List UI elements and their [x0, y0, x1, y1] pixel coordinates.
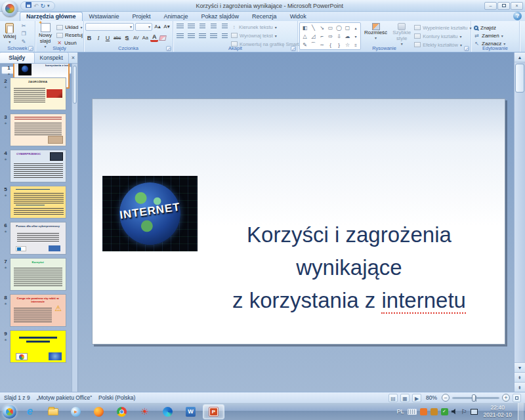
shape-icon[interactable]: △	[303, 33, 306, 39]
undo-button[interactable]: ↶	[33, 2, 39, 10]
scroll-down-button[interactable]: ▼	[514, 362, 525, 372]
bullets-button[interactable]	[175, 22, 185, 31]
normal-view-button[interactable]: ▤	[388, 394, 398, 402]
shape-fill-button[interactable]: Wypełnienie kształtu▾	[414, 24, 471, 32]
panel-scrollbar[interactable]	[72, 64, 77, 392]
shape-icon[interactable]: ⇨	[328, 33, 333, 39]
tab-pokaz-slajdow[interactable]: Pokaz slajdów	[195, 12, 246, 21]
font-size-select[interactable]: ▾	[135, 23, 152, 31]
justify-button[interactable]	[208, 32, 219, 41]
shapes-scroll-up[interactable]: ▴	[354, 26, 356, 30]
strikethrough-button[interactable]: abc	[113, 33, 121, 42]
replace-button[interactable]: ⇄Zamień▾	[472, 32, 507, 39]
schowek-dialog-launcher[interactable]: ◿	[28, 46, 33, 51]
action-center-flag-icon[interactable]: ⚐	[461, 408, 467, 415]
tab-recenzja[interactable]: Recenzja	[245, 12, 284, 21]
taskbar-file-explorer[interactable]	[42, 404, 64, 419]
show-desktop-button[interactable]	[518, 403, 524, 420]
increase-indent-button[interactable]	[208, 22, 219, 31]
quick-styles-button[interactable]: Szybkie style ▾	[390, 22, 413, 47]
zoom-slider-handle[interactable]	[472, 394, 476, 402]
tray-app-icon[interactable]	[420, 408, 427, 415]
slide-thumbnail-2[interactable]: 2✶ ZAGROŻENIA	[1, 77, 72, 110]
tab-narzedzia-glowne[interactable]: Narzędzia główne	[20, 12, 83, 21]
find-button[interactable]: Znajdź	[472, 24, 507, 32]
taskbar-internet-explorer[interactable]: e	[19, 404, 41, 419]
underline-button[interactable]: U	[104, 33, 112, 42]
taskbar-powerpoint[interactable]: P	[203, 404, 224, 419]
copy-button[interactable]: ❐	[20, 30, 28, 37]
italic-button[interactable]: I	[94, 33, 102, 42]
tab-projekt[interactable]: Projekt	[126, 12, 158, 21]
align-left-button[interactable]	[175, 32, 185, 41]
shape-icon[interactable]: ☁	[345, 33, 350, 39]
shape-icon[interactable]: ⌐	[320, 33, 324, 39]
close-button[interactable]: ×	[511, 2, 523, 10]
zoom-level[interactable]: 80%	[426, 394, 437, 401]
slideshow-view-button[interactable]: ▶	[412, 394, 421, 402]
columns-button[interactable]	[219, 32, 230, 41]
format-painter-button[interactable]: ✎	[20, 38, 28, 45]
shape-icon[interactable]: ▢	[345, 25, 350, 31]
text-shadow-button[interactable]: S	[123, 33, 131, 42]
change-case-button[interactable]: Aa	[141, 33, 149, 42]
slide-thumbnail-3[interactable]: 3✶	[1, 114, 72, 146]
maximize-button[interactable]	[497, 2, 510, 10]
taskbar-firefox[interactable]	[88, 404, 110, 419]
tab-widok[interactable]: Widok	[284, 12, 313, 21]
shrink-font-button[interactable]: A▾	[163, 22, 171, 31]
previous-slide-button[interactable]: ⇞	[514, 372, 525, 382]
tab-konspekt[interactable]: Konspekt	[35, 52, 70, 63]
taskbar-media-player[interactable]: ▸	[65, 404, 87, 419]
fit-slide-to-window-button[interactable]	[513, 394, 521, 402]
network-icon[interactable]	[471, 409, 478, 415]
slide-thumbnail-5[interactable]: 5✶	[1, 186, 72, 219]
shape-icon[interactable]: ▭	[328, 25, 333, 31]
slide-thumbnail-6[interactable]: 6✶ Pomoc dla ofiar cyberprzemocy	[1, 222, 72, 255]
scrollbar-thumb[interactable]	[515, 64, 524, 93]
cut-button[interactable]: ✂	[20, 22, 28, 30]
slide-thumbnail-9[interactable]: 9✶	[1, 330, 72, 363]
slide-thumbnail-4[interactable]: 4✶ CYBERPRZEMOC	[1, 150, 72, 182]
shape-icon[interactable]: ◯	[336, 25, 342, 31]
panel-close-button[interactable]: ×	[69, 52, 77, 63]
taskbar-clock[interactable]: 22:40 2021-02-10	[484, 404, 512, 418]
taskbar-chrome[interactable]	[111, 404, 133, 419]
font-family-select[interactable]: ▾	[85, 23, 134, 31]
bold-button[interactable]: B	[85, 33, 93, 42]
zoom-out-button[interactable]: −	[442, 394, 450, 402]
volume-icon[interactable]	[452, 408, 458, 415]
font-color-button[interactable]: A	[150, 33, 158, 42]
zoom-in-button[interactable]: +	[502, 394, 510, 402]
shapes-scroll-down[interactable]: ▾	[354, 34, 356, 39]
numbering-button[interactable]	[186, 22, 196, 31]
start-button[interactable]	[0, 403, 18, 420]
slide-sorter-view-button[interactable]: ▦	[400, 394, 410, 402]
vertical-scrollbar[interactable]: ▲ ▼ ⇞ ⇟	[514, 52, 525, 392]
line-spacing-button[interactable]	[219, 22, 230, 31]
office-button[interactable]	[2, 1, 18, 16]
taskbar-word[interactable]: W	[180, 404, 201, 419]
shape-icon[interactable]: ↘	[320, 25, 324, 31]
slide-canvas[interactable]: INTERNET Korzyści i zagrożenia wynikając…	[92, 98, 505, 345]
slide-thumbnail-1[interactable]: 1✶ Korzyści i zagrożenia wynikające z ko…	[1, 66, 72, 74]
shape-icon[interactable]: ╲	[312, 25, 315, 31]
tray-app-icon[interactable]	[430, 408, 438, 415]
keyboard-icon[interactable]	[408, 409, 417, 415]
slide-title[interactable]: Korzyści i zagrożenia wynikające z korzy…	[198, 219, 501, 317]
security-shield-icon[interactable]: ✓	[441, 408, 448, 415]
next-slide-button[interactable]: ⇟	[514, 382, 525, 392]
minimize-button[interactable]: –	[484, 2, 497, 10]
decrease-indent-button[interactable]	[197, 22, 207, 31]
tab-wstawianie[interactable]: Wstawianie	[83, 12, 126, 21]
akapit-dialog-launcher[interactable]: ◿	[291, 46, 296, 51]
arrange-button[interactable]: Rozmieść ▾	[362, 22, 389, 41]
help-button[interactable]: ?	[513, 12, 522, 20]
redo-button[interactable]: ↻	[41, 2, 46, 10]
tab-slajdy[interactable]: Slajdy	[0, 52, 35, 63]
save-button[interactable]	[26, 2, 32, 10]
taskbar-sun-app[interactable]: ☀	[134, 404, 156, 419]
internet-globe-image[interactable]: INTERNET	[102, 176, 198, 251]
character-spacing-button[interactable]: AV	[132, 33, 140, 42]
shape-icon[interactable]: ⇩	[337, 33, 341, 39]
